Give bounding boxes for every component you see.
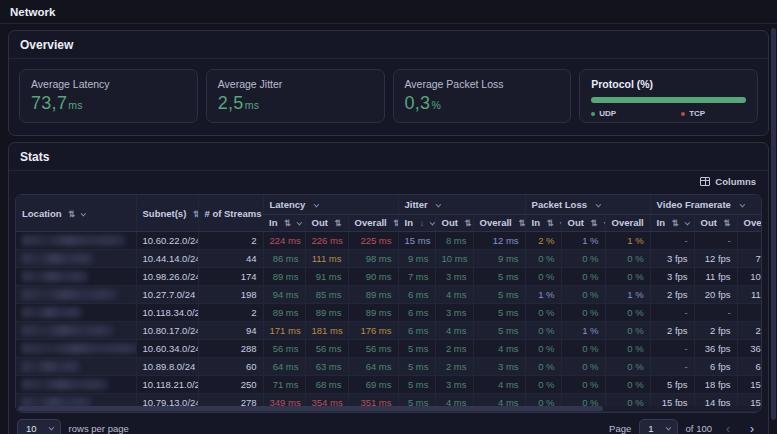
table-row[interactable]: 10.27.7.0/2419894 ms85 ms89 ms6 ms4 ms5 … xyxy=(16,286,762,304)
chevron-down-icon xyxy=(48,424,54,430)
rows-per-page-value: 10 xyxy=(26,423,37,434)
cell-metric: - xyxy=(650,340,694,358)
cell-subnet: 10.80.17.0/24 xyxy=(136,322,198,340)
cell-metric: - xyxy=(694,232,737,250)
overview-title: Overview xyxy=(9,31,768,59)
sort-icon: ⇅ xyxy=(518,218,525,228)
group-header-packet-loss[interactable]: Packet Loss xyxy=(525,195,650,215)
rows-per-page-select[interactable]: 10 xyxy=(17,419,61,434)
tcp-label: TCP xyxy=(689,109,705,118)
cell-metric: 11 fps xyxy=(737,286,762,304)
cell-metric: 89 ms xyxy=(263,304,305,322)
cell-metric: 0 % xyxy=(561,304,605,322)
table-row[interactable]: 10.80.17.0/2494171 ms181 ms176 ms6 ms4 m… xyxy=(16,322,762,340)
page-select[interactable]: 1 xyxy=(639,419,677,434)
avg-packet-loss-value: 0,3% xyxy=(405,93,560,114)
stats-toolbar: Columns xyxy=(9,171,768,190)
cell-metric: 0 % xyxy=(605,304,650,322)
cell-metric: 5 ms xyxy=(473,268,525,286)
table-row[interactable]: 10.60.22.0/242224 ms226 ms225 ms15 ms8 m… xyxy=(16,232,762,250)
chevron-down-icon xyxy=(739,202,745,208)
col-header--of-streams[interactable]: # of Streams ⇅ xyxy=(198,195,263,232)
table-row[interactable]: 10.98.26.0/2417489 ms91 ms90 ms7 ms3 ms5… xyxy=(16,268,762,286)
cell-metric: 3 fps xyxy=(650,250,694,268)
cell-metric: 5 ms xyxy=(473,304,525,322)
protocol-bar xyxy=(591,97,746,103)
page-title: Network xyxy=(10,6,767,18)
redacted-location-blur xyxy=(22,325,114,336)
cell-metric: 15 fps xyxy=(737,376,762,394)
redacted-location-blur xyxy=(22,379,108,390)
subcol-header-jitter-out[interactable]: Out ⇅ xyxy=(435,215,473,232)
stats-footer: 10 rows per page Page 1 of 100 ‹ › xyxy=(9,413,768,434)
group-header-jitter[interactable]: Jitter xyxy=(398,195,525,215)
cell-location-redacted xyxy=(16,286,136,304)
previous-page-button[interactable]: ‹ xyxy=(720,422,736,434)
col-header-location[interactable]: Location ⇅ xyxy=(16,195,136,232)
cell-metric: 90 ms xyxy=(348,268,398,286)
cell-metric: 1 % xyxy=(561,322,605,340)
group-header-latency[interactable]: Latency xyxy=(263,195,398,215)
cell-metric: 0 % xyxy=(561,340,605,358)
cell-metric: 0 % xyxy=(525,340,561,358)
horizontal-scrollbar[interactable] xyxy=(18,406,759,411)
table-row[interactable]: 10.44.14.0/244486 ms111 ms98 ms9 ms10 ms… xyxy=(16,250,762,268)
columns-button[interactable]: Columns xyxy=(700,176,756,187)
cell-metric: 98 ms xyxy=(348,250,398,268)
avg-packet-loss-label: Average Packet Loss xyxy=(405,78,560,90)
cell-metric: 86 ms xyxy=(263,250,305,268)
subcol-header-packet-loss-out[interactable]: Out ⇅ xyxy=(561,215,605,232)
subcol-header-video-framerate-in[interactable]: In ⇅ xyxy=(650,215,694,232)
cell-metric: 64 ms xyxy=(263,358,305,376)
overview-cards: Average Latency 73,7ms Average Jitter 2,… xyxy=(9,59,768,135)
subcol-header-video-framerate-overall[interactable]: Overall ⇅ xyxy=(737,215,762,232)
cell-metric: 2 % xyxy=(525,232,561,250)
sort-icon: ⇅ xyxy=(591,218,598,228)
sort-icon: ⇅ xyxy=(547,218,554,228)
subcol-header-packet-loss-in[interactable]: In ⇅ xyxy=(525,215,561,232)
vertical-scrollbar-thumb[interactable] xyxy=(771,28,776,420)
sort-desc-icon: ↓ xyxy=(420,218,424,228)
subcol-header-latency-out[interactable]: Out ⇅ xyxy=(305,215,348,232)
table-row[interactable]: 10.60.34.0/2428856 ms56 ms56 ms5 ms2 ms4… xyxy=(16,340,762,358)
subcol-header-latency-overall[interactable]: Overall ⇅ xyxy=(348,215,398,232)
avg-latency-number: 73,7 xyxy=(31,93,67,113)
avg-packet-loss-number: 0,3 xyxy=(405,93,431,113)
cell-metric: 6 ms xyxy=(398,286,435,304)
cell-metric: 3 fps xyxy=(650,268,694,286)
pagination: Page 1 of 100 ‹ › xyxy=(609,419,760,434)
subcol-header-latency-in[interactable]: In ⇅ xyxy=(263,215,305,232)
cell-streams: 44 xyxy=(198,250,263,268)
udp-label: UDP xyxy=(599,109,616,118)
col-header-subnet-s-[interactable]: Subnet(s) ⇅ xyxy=(136,195,198,232)
subcol-header-packet-loss-overall[interactable]: Overall ⇅ xyxy=(605,215,650,232)
cell-metric: 15 ms xyxy=(398,232,435,250)
subcol-header-video-framerate-out[interactable]: Out ⇅ xyxy=(694,215,737,232)
cell-metric: 2 fps xyxy=(737,322,762,340)
cell-metric: 6 fps xyxy=(737,358,762,376)
table-row[interactable]: 10.89.8.0/246064 ms63 ms64 ms5 ms2 ms3 m… xyxy=(16,358,762,376)
cell-subnet: 10.89.8.0/24 xyxy=(136,358,198,376)
group-header-video-framerate[interactable]: Video Framerate xyxy=(650,195,762,215)
table-row[interactable]: 10.118.21.0/2425071 ms68 ms69 ms5 ms3 ms… xyxy=(16,376,762,394)
columns-grid-icon xyxy=(700,177,710,186)
cell-metric: 225 ms xyxy=(348,232,398,250)
chevron-down-icon xyxy=(297,220,303,226)
cell-subnet: 10.118.34.0/24 xyxy=(136,304,198,322)
cell-streams: 60 xyxy=(198,358,263,376)
cell-metric: 69 ms xyxy=(348,376,398,394)
network-page: Network Overview Average Latency 73,7ms … xyxy=(0,0,777,434)
cell-metric: 5 ms xyxy=(398,358,435,376)
subcol-header-jitter-in[interactable]: In ↓ xyxy=(398,215,435,232)
legend-tcp: TCP xyxy=(681,109,705,118)
cell-metric: 0 % xyxy=(605,376,650,394)
cell-location-redacted xyxy=(16,304,136,322)
sort-icon: ⇅ xyxy=(393,218,398,228)
redacted-location-blur xyxy=(22,361,80,372)
table-row[interactable]: 10.118.34.0/24289 ms89 ms89 ms6 ms3 ms5 … xyxy=(16,304,762,322)
subcol-header-jitter-overall[interactable]: Overall ⇅ xyxy=(473,215,525,232)
cell-metric: 8 ms xyxy=(435,232,473,250)
next-page-button[interactable]: › xyxy=(744,422,760,434)
cell-metric: 85 ms xyxy=(305,286,348,304)
horizontal-scrollbar-thumb[interactable] xyxy=(18,406,603,411)
